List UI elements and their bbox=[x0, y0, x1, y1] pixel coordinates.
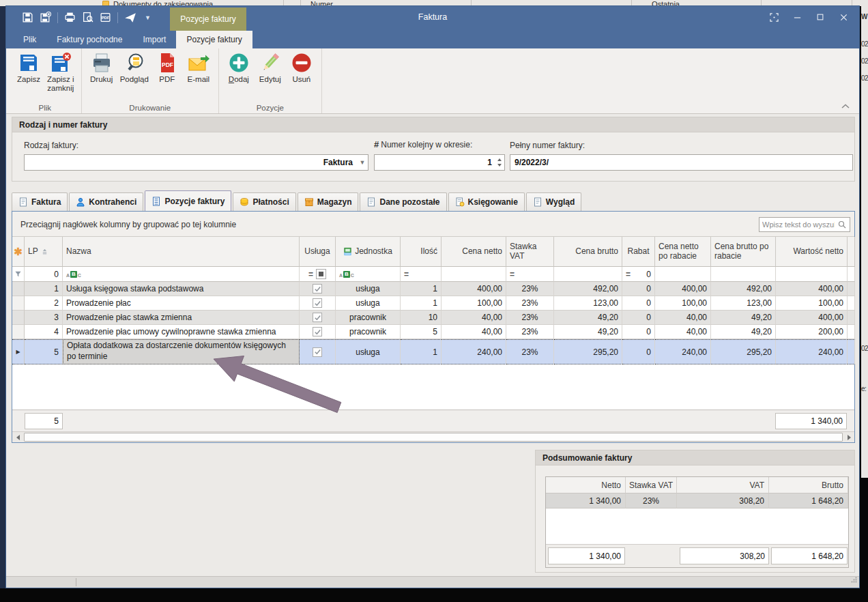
zapisz-button[interactable]: Zapisz bbox=[13, 52, 44, 84]
grid-cell-cena_brutto_po[interactable]: 49,20 bbox=[711, 311, 776, 325]
grid-cell-cena_netto_po[interactable]: 400,00 bbox=[655, 282, 711, 296]
grid-cell-ilosc[interactable]: 5 bbox=[401, 325, 442, 339]
table-row[interactable]: 2Prowadzenie płacusługa1100,0023%123,000… bbox=[12, 296, 854, 311]
filter-cell-jednostka[interactable]: ABC bbox=[336, 267, 401, 282]
grid-cell-jednostka[interactable]: usługa bbox=[336, 339, 401, 364]
grid-cell-lp[interactable]: 1 bbox=[25, 282, 63, 296]
table-row[interactable]: 4Prowadzenie płac umowy cywilnoprawne st… bbox=[12, 325, 854, 339]
column-header-jednostka[interactable]: Jednostka bbox=[336, 237, 401, 267]
filter-cell-nazwa[interactable]: ABC bbox=[63, 267, 300, 282]
edytuj-button[interactable]: Edytuj bbox=[255, 52, 286, 84]
ribbon-tab-pozycje-faktury[interactable]: Pozycje faktury bbox=[176, 31, 252, 48]
close-button[interactable] bbox=[832, 10, 855, 25]
save-close-icon[interactable] bbox=[39, 11, 52, 24]
grid-cell-cena_netto[interactable]: 100,00 bbox=[442, 296, 506, 311]
column-header-cena_netto_po[interactable]: Cena netto po rabacie bbox=[655, 237, 711, 267]
grid-cell-wartosc_netto[interactable]: 400,00 bbox=[776, 282, 848, 296]
filter-cell-cena_brutto[interactable] bbox=[554, 267, 622, 282]
grid-cell-nazwa[interactable]: Prowadzenie płac umowy cywilnoprawne sta… bbox=[63, 325, 300, 339]
grid-cell-usluga[interactable] bbox=[300, 311, 336, 325]
zapiszi-button[interactable]: Zapisz i zamknij bbox=[44, 52, 77, 93]
grid-cell-lp[interactable]: 2 bbox=[25, 296, 63, 311]
grid-cell-cena_netto[interactable]: 40,00 bbox=[442, 325, 506, 339]
tab-kontrahenci[interactable]: Kontrahenci bbox=[69, 192, 143, 211]
save-icon[interactable] bbox=[21, 11, 34, 24]
grid-cell-ilosc[interactable]: 1 bbox=[401, 296, 442, 311]
column-header-lp[interactable]: LP bbox=[25, 237, 63, 267]
grid-cell-ilosc[interactable]: 1 bbox=[401, 282, 442, 296]
maximize-button[interactable] bbox=[809, 10, 832, 25]
qat-dropdown-icon[interactable]: ▼ bbox=[141, 11, 154, 24]
column-header-stawka_vat[interactable]: Stawka VAT bbox=[506, 237, 554, 267]
grid-cell-usluga[interactable] bbox=[300, 325, 336, 339]
grid-cell-nazwa[interactable]: Prowadzenie płac stawka zmienna bbox=[63, 311, 300, 325]
filter-cell-rabat[interactable]: =0 bbox=[622, 267, 655, 282]
filter-cell-wartosc_netto[interactable] bbox=[776, 267, 848, 282]
fullscreen-button[interactable] bbox=[762, 10, 785, 25]
grid-cell-cena_netto[interactable]: 40,00 bbox=[442, 311, 506, 325]
filter-checkbox[interactable] bbox=[316, 269, 326, 279]
column-header-ilosc[interactable]: Ilość bbox=[401, 237, 442, 267]
grid-cell-jednostka[interactable]: usługa bbox=[336, 296, 401, 311]
column-header-cena_netto[interactable]: Cena netto bbox=[442, 237, 506, 267]
grid-cell-stawka_vat[interactable]: 23% bbox=[506, 282, 554, 296]
search-box[interactable] bbox=[759, 217, 850, 232]
table-row[interactable]: ▶5Opłata dodatkowa za dostarczenie dokum… bbox=[12, 339, 854, 364]
group-by-bar[interactable]: Przeciągnij nagłówek kolumny by grupować… bbox=[12, 212, 854, 237]
grid-cell-cena_brutto[interactable]: 49,20 bbox=[554, 325, 622, 339]
filter-cell-stawka_vat[interactable]: = bbox=[506, 267, 554, 282]
scrollbar-thumb[interactable] bbox=[24, 433, 843, 442]
search-icon[interactable] bbox=[837, 220, 850, 229]
grid-cell-cena_netto[interactable]: 400,00 bbox=[442, 282, 506, 296]
ribbon-tab-faktury-pochodne[interactable]: Faktury pochodne bbox=[46, 31, 132, 48]
grid-cell-cena_netto_po[interactable]: 240,00 bbox=[655, 339, 711, 364]
grid-cell-stawka_vat[interactable]: 23% bbox=[506, 339, 554, 364]
chevron-down-icon[interactable]: ▼ bbox=[357, 159, 368, 166]
grid-cell-rabat[interactable]: 0 bbox=[622, 282, 655, 296]
tab-wygląd[interactable]: Wygląd bbox=[526, 192, 581, 211]
filter-cell-ilosc[interactable]: = bbox=[401, 267, 442, 282]
grid-cell-rabat[interactable]: 0 bbox=[622, 325, 655, 339]
column-header-cena_brutto_po[interactable]: Cena brutto po rabacie bbox=[711, 237, 776, 267]
grid-cell-cena_netto_po[interactable]: 40,00 bbox=[655, 325, 711, 339]
grid-cell-wartosc_netto[interactable]: 200,00 bbox=[776, 325, 848, 339]
usuń-button[interactable]: Usuń bbox=[286, 52, 317, 84]
grid-cell-lp[interactable]: 5 bbox=[25, 339, 63, 364]
usluga-checkbox[interactable] bbox=[313, 327, 322, 336]
grid-cell-cena_netto_po[interactable]: 40,00 bbox=[655, 311, 711, 325]
usluga-checkbox[interactable] bbox=[313, 313, 322, 322]
usluga-checkbox[interactable] bbox=[313, 298, 322, 308]
resize-grip-icon[interactable] bbox=[851, 573, 857, 586]
grid-cell-wartosc_netto[interactable]: 240,00 bbox=[776, 339, 848, 364]
ribbon-tab-import[interactable]: Import bbox=[132, 31, 176, 48]
grid-cell-rabat[interactable]: 0 bbox=[622, 311, 655, 325]
grid-cell-usluga[interactable] bbox=[300, 282, 336, 296]
usluga-checkbox[interactable] bbox=[313, 284, 322, 293]
grid-cell-cena_netto[interactable]: 240,00 bbox=[442, 339, 506, 364]
print-preview-icon[interactable] bbox=[81, 11, 94, 24]
grid-cell-cena_brutto_po[interactable]: 49,20 bbox=[711, 325, 776, 339]
rodzaj-faktury-combobox[interactable]: Faktura ▼ bbox=[24, 154, 368, 171]
search-input[interactable] bbox=[760, 220, 837, 229]
print-icon[interactable] bbox=[63, 11, 76, 24]
grid-cell-nazwa[interactable]: Prowadzenie płac bbox=[63, 296, 300, 311]
grid-cell-stawka_vat[interactable]: 23% bbox=[506, 325, 554, 339]
table-row[interactable]: 1Usługa księgowa stawka podstawowausługa… bbox=[12, 282, 854, 296]
grid-cell-ilosc[interactable]: 10 bbox=[401, 311, 442, 325]
column-header-wartosc_netto[interactable]: Wartość netto bbox=[776, 237, 848, 267]
grid-cell-jednostka[interactable]: usługa bbox=[336, 282, 401, 296]
send-icon[interactable] bbox=[124, 11, 136, 24]
column-header-cena_brutto[interactable]: Cena brutto bbox=[554, 237, 622, 267]
tab-pozycje-faktury[interactable]: Pozycje faktury bbox=[145, 190, 231, 211]
grid-cell-jednostka[interactable]: pracownik bbox=[336, 325, 401, 339]
filter-row-indicator[interactable] bbox=[12, 267, 25, 282]
grid-cell-nazwa[interactable]: Opłata dodatkowa za dostarczenie dokumen… bbox=[63, 339, 300, 364]
dodaj-button[interactable]: Dodaj bbox=[223, 52, 255, 84]
podgląd-button[interactable]: Podgląd bbox=[117, 52, 151, 84]
tab-księgowanie[interactable]: Księgowanie bbox=[448, 192, 525, 211]
grid-cell-cena_brutto[interactable]: 123,00 bbox=[554, 296, 622, 311]
filter-cell-usluga[interactable]: = bbox=[300, 267, 336, 282]
grid-cell-cena_brutto[interactable]: 49,20 bbox=[554, 311, 622, 325]
column-header-rabat[interactable]: Rabat bbox=[622, 237, 655, 267]
grid-cell-stawka_vat[interactable]: 23% bbox=[506, 296, 554, 311]
